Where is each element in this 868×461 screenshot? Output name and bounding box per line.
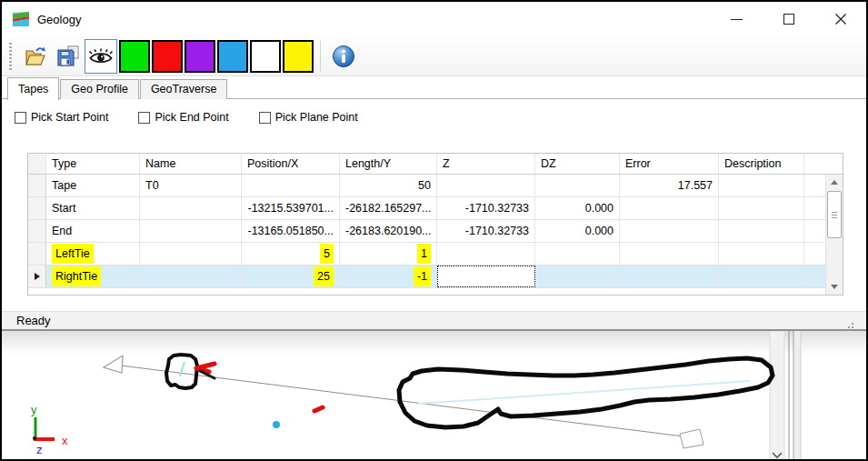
ink-annotation-red-dash [314,407,323,411]
toolbar-grip[interactable] [9,43,12,70]
cell-type[interactable]: End [46,220,140,242]
column-header-z[interactable]: Z [437,154,535,174]
cell-name[interactable] [140,243,242,265]
save-button[interactable] [52,39,85,74]
cell-length-y[interactable]: -26182.165297... [340,197,437,219]
column-header-type[interactable]: Type [46,154,140,174]
scrollbar-thumb[interactable] [827,191,842,238]
info-button[interactable] [327,39,360,74]
pick-end-point-option[interactable]: Pick End Point [138,111,228,124]
cell-z[interactable] [437,175,535,196]
color-swatch-yellow[interactable] [283,40,314,73]
table-row-end[interactable]: End -13165.051850... -26183.620190... -1… [28,220,843,243]
column-header-position-x[interactable]: Position/X [242,154,340,174]
maximize-icon [783,14,794,25]
column-header-dz[interactable]: DZ [535,154,620,174]
cell-length-y[interactable]: -26183.620190... [340,220,437,242]
color-swatch-red[interactable] [152,40,183,73]
cell-length-y[interactable]: -1 [340,266,437,287]
cell-name[interactable] [140,266,242,287]
visibility-button[interactable] [85,39,117,74]
color-swatch-green[interactable] [119,40,150,73]
cell-error[interactable] [620,243,719,265]
axis-triad: y x z [31,403,68,456]
cell-description[interactable] [719,220,804,242]
cell-error[interactable] [620,266,719,287]
cell-dz[interactable]: 0.000 [535,220,620,242]
row-selector[interactable] [28,175,46,196]
cell-description[interactable] [719,266,804,287]
maximize-button[interactable] [763,2,814,36]
grid-corner-cell[interactable] [28,154,46,174]
z-axis-label: z [36,443,43,456]
row-selector[interactable] [28,220,46,242]
table-row-lefttie[interactable]: LeftTie 5 1 [28,243,843,266]
minimize-button[interactable] [711,2,763,36]
scroll-down-button[interactable] [826,279,843,295]
pick-start-point-option[interactable]: Pick Start Point [15,111,108,124]
drawing-viewport[interactable]: y x z [2,331,866,459]
table-row-tape[interactable]: Tape T0 50 17.557 [28,175,843,197]
cell-description[interactable] [719,175,804,196]
color-swatch-blue[interactable] [217,40,248,73]
end-square-marker[interactable] [680,429,703,448]
cell-dz[interactable]: 0.000 [535,197,620,219]
current-row-marker-icon [35,273,40,280]
column-header-name[interactable]: Name [140,154,242,174]
row-selector[interactable] [28,243,46,265]
cell-description[interactable] [719,243,804,265]
cell-position-x[interactable]: 5 [242,243,340,265]
color-swatch-white[interactable] [250,40,281,73]
table-row-start[interactable]: Start -13215.539701... -26182.165297... … [28,197,843,220]
column-header-length-y[interactable]: Length/Y [340,154,437,174]
cell-dz[interactable] [535,175,620,196]
viewport-scrollbar-track[interactable] [770,331,784,459]
cell-type[interactable]: LeftTie [46,243,140,265]
cell-error[interactable] [620,220,719,242]
cell-name[interactable] [140,220,242,242]
cell-z[interactable] [437,243,535,265]
row-selector-current[interactable] [28,266,46,287]
cell-z[interactable]: -1710.32733 [437,197,535,219]
cell-z[interactable]: -1710.32733 [437,220,535,242]
close-button[interactable] [814,2,866,36]
cell-error[interactable]: 17.557 [620,175,719,196]
column-header-description[interactable]: Description [719,154,804,174]
status-bar: Ready [2,311,866,329]
cell-type[interactable]: RightTie [46,266,140,287]
start-arrow-marker[interactable] [104,356,123,373]
cell-length-y[interactable]: 1 [340,243,437,265]
cell-position-x[interactable]: -13215.539701... [242,197,340,219]
cell-z-focused[interactable] [437,266,535,287]
cell-dz[interactable] [535,243,620,265]
tab-geotraverse[interactable]: GeoTraverse [140,79,227,99]
toolbar-separator [320,41,321,72]
cell-name[interactable]: T0 [140,175,242,196]
tab-geo-profile[interactable]: Geo Profile [60,79,139,99]
cell-position-x[interactable]: 25 [242,266,340,287]
pick-plane-point-option[interactable]: Pick Plane Point [259,111,358,124]
pick-start-point-checkbox[interactable] [15,112,26,124]
cell-type[interactable]: Tape [46,175,140,196]
highlight-mark: RightTie [52,266,101,286]
scroll-up-button[interactable] [826,175,843,190]
cell-type[interactable]: Start [46,197,140,219]
cell-error[interactable] [620,197,719,219]
resize-grip[interactable] [852,323,853,325]
cell-description[interactable] [719,197,804,219]
cell-position-x[interactable] [242,175,340,196]
color-swatch-purple[interactable] [185,40,215,73]
pick-plane-point-checkbox[interactable] [259,112,271,124]
cell-dz[interactable] [535,266,620,287]
row-selector[interactable] [28,197,46,219]
table-row-righttie-selected[interactable]: RightTie 25 -1 [28,266,843,288]
column-header-error[interactable]: Error [620,154,719,174]
titlebar[interactable]: Geology [2,2,866,36]
cell-position-x[interactable]: -13165.051850... [242,220,340,242]
cell-name[interactable] [140,197,242,219]
grid-vertical-scrollbar[interactable] [825,175,843,295]
pick-end-point-checkbox[interactable] [138,112,150,124]
tab-tapes[interactable]: Tapes [7,77,59,100]
open-button[interactable] [19,39,52,74]
cell-length-y[interactable]: 50 [340,175,437,196]
